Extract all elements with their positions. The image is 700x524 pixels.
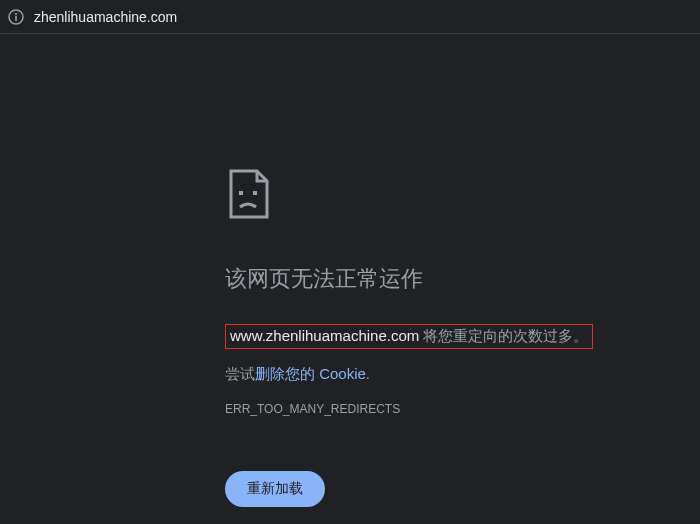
url-text[interactable]: zhenlihuamachine.com (34, 9, 177, 25)
svg-point-1 (15, 13, 17, 15)
suggestion-prefix: 尝试 (225, 365, 255, 382)
error-content: 该网页无法正常运作 www.zhenlihuamachine.com 将您重定向… (0, 34, 700, 507)
suggestion: 尝试删除您的 Cookie. (225, 365, 700, 384)
error-message: www.zhenlihuamachine.com 将您重定向的次数过多。 (225, 324, 593, 349)
reload-button[interactable]: 重新加载 (225, 471, 325, 507)
error-domain: www.zhenlihuamachine.com (230, 327, 419, 344)
error-message-suffix: 将您重定向的次数过多。 (419, 327, 588, 344)
svg-rect-3 (239, 191, 243, 195)
svg-rect-4 (253, 191, 257, 195)
address-bar[interactable]: zhenlihuamachine.com (0, 0, 700, 34)
info-icon[interactable] (8, 9, 24, 25)
error-code: ERR_TOO_MANY_REDIRECTS (225, 402, 700, 416)
suggestion-suffix: . (366, 365, 370, 382)
error-title: 该网页无法正常运作 (225, 264, 700, 294)
sad-file-icon (225, 169, 275, 219)
svg-rect-2 (15, 16, 17, 21)
clear-cookies-link[interactable]: 删除您的 Cookie (255, 365, 366, 382)
